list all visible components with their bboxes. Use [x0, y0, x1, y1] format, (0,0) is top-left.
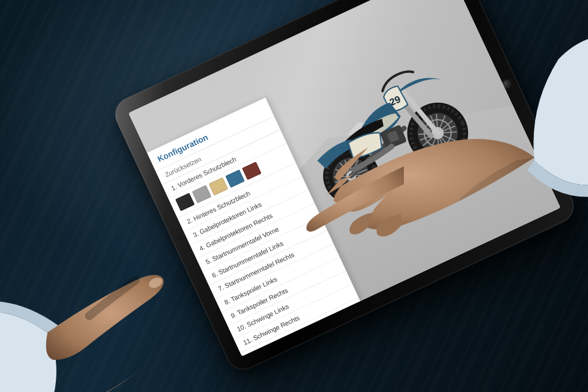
swatch-grey[interactable] [192, 185, 211, 203]
swatch-maroon[interactable] [242, 162, 261, 180]
svg-point-27 [147, 276, 165, 290]
swatch-blue[interactable] [225, 169, 245, 188]
swatch-tan[interactable] [208, 177, 228, 195]
swatch-black[interactable] [175, 193, 195, 211]
photo-scene: 29 [0, 0, 588, 392]
tablet-camera [177, 235, 182, 240]
app-screen: 29 [128, 0, 561, 356]
tablet-device: 29 [109, 0, 579, 375]
